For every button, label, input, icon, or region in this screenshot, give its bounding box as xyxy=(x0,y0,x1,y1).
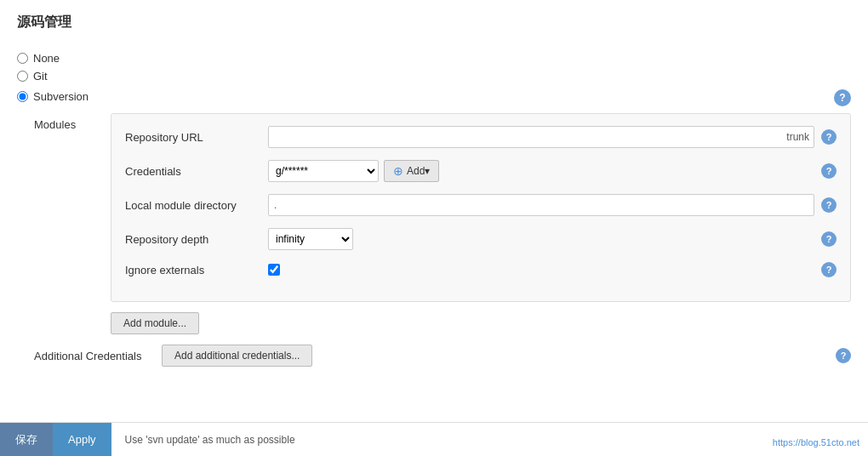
bottom-bar: 保存 Apply Use 'svn update' as much as pos… xyxy=(0,422,868,456)
radio-svn-input[interactable] xyxy=(17,91,28,102)
radio-svn-label[interactable]: Subversion xyxy=(33,90,89,103)
additional-credentials-help-icon[interactable]: ? xyxy=(836,348,851,363)
credentials-add-button[interactable]: ⊕ Add▾ xyxy=(384,160,439,182)
modules-label: Modules xyxy=(34,113,102,131)
radio-git-input[interactable] xyxy=(17,71,28,82)
radio-git[interactable]: Git xyxy=(17,70,851,83)
repository-depth-help-icon[interactable]: ? xyxy=(821,231,837,247)
local-module-label: Local module directory xyxy=(125,199,261,212)
ignore-externals-controls xyxy=(268,264,814,276)
radio-subversion[interactable]: Subversion xyxy=(17,88,89,103)
modules-section: Modules Repository URL trunk ? xyxy=(34,113,851,334)
subversion-row: Subversion ? xyxy=(17,88,851,106)
repository-depth-select[interactable]: infinity empty files immediates xyxy=(268,228,353,250)
add-icon: ⊕ xyxy=(393,164,403,178)
apply-button[interactable]: Apply xyxy=(53,423,111,457)
local-module-row: Local module directory ? xyxy=(125,194,837,216)
radio-none[interactable]: None xyxy=(17,52,851,65)
modules-panel-wrapper: Repository URL trunk ? Credentials xyxy=(111,113,851,334)
add-module-button[interactable]: Add module... xyxy=(111,312,199,334)
credentials-controls: g/****** ⊕ Add▾ xyxy=(268,160,814,182)
ignore-externals-checkbox[interactable] xyxy=(268,264,280,276)
radio-none-input[interactable] xyxy=(17,53,28,64)
external-link[interactable]: https://blog.51cto.net xyxy=(773,437,859,447)
credentials-label: Credentials xyxy=(125,165,261,178)
credentials-help-icon[interactable]: ? xyxy=(821,163,837,179)
ignore-externals-label: Ignore externals xyxy=(125,264,261,276)
subversion-help-area: ? xyxy=(89,88,851,106)
repository-url-label: Repository URL xyxy=(125,131,261,144)
repository-url-help-icon[interactable]: ? xyxy=(821,129,837,145)
url-suffix: trunk xyxy=(786,131,809,143)
subversion-help-icon[interactable]: ? xyxy=(834,89,851,106)
repository-url-input[interactable] xyxy=(268,126,814,148)
repository-url-controls: trunk xyxy=(268,126,814,148)
local-module-input[interactable] xyxy=(268,194,814,216)
save-button[interactable]: 保存 xyxy=(0,423,53,457)
add-additional-credentials-button[interactable]: Add additional credentials... xyxy=(162,345,312,367)
local-module-controls xyxy=(268,194,814,216)
repository-depth-controls: infinity empty files immediates xyxy=(268,228,814,250)
page-wrapper: 源码管理 None Git Subversion ? Modules xyxy=(0,0,868,456)
modules-form-panel: Repository URL trunk ? Credentials xyxy=(111,113,851,302)
radio-none-label[interactable]: None xyxy=(33,52,60,65)
repository-url-input-wrapper: trunk xyxy=(268,126,814,148)
bottom-note: Use 'svn update' as much as possible xyxy=(111,434,309,446)
additional-credentials-label: Additional Credentials xyxy=(34,350,153,362)
credentials-row: Credentials g/****** ⊕ Add▾ ? xyxy=(125,160,837,182)
additional-credentials-section: Additional Credentials Add additional cr… xyxy=(34,345,851,367)
repository-depth-label: Repository depth xyxy=(125,233,261,246)
radio-git-label[interactable]: Git xyxy=(33,70,48,83)
local-module-help-icon[interactable]: ? xyxy=(821,197,837,213)
ignore-externals-row: Ignore externals ? xyxy=(125,262,837,277)
ignore-externals-help-icon[interactable]: ? xyxy=(821,262,837,277)
repository-depth-row: Repository depth infinity empty files im… xyxy=(125,228,837,250)
add-button-label: Add▾ xyxy=(407,165,430,177)
credentials-select[interactable]: g/****** xyxy=(268,160,379,182)
repository-url-row: Repository URL trunk ? xyxy=(125,126,837,148)
main-content: 源码管理 None Git Subversion ? Modules xyxy=(0,0,868,380)
section-title: 源码管理 xyxy=(17,14,851,38)
